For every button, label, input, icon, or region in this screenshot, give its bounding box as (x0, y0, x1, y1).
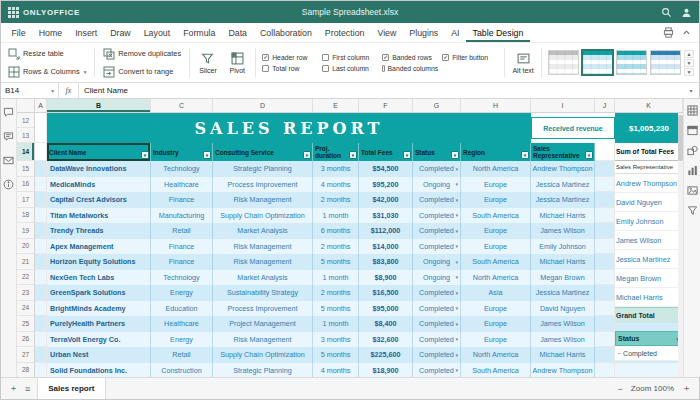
tab-file[interactable]: File (5, 23, 32, 42)
pivot-row[interactable]: Jessica Martinez (615, 250, 683, 269)
cell-H-region[interactable]: Europe (461, 192, 531, 208)
cell-B-client-name[interactable]: Titan Metalworks (47, 208, 151, 224)
table-style-thumb-3[interactable] (616, 50, 647, 75)
row-header[interactable]: 14 (17, 143, 35, 161)
cell-C-industry[interactable]: Healthcare (151, 177, 213, 193)
cell-H-region[interactable]: Europe (461, 239, 531, 255)
cell-E-proj-duration[interactable]: 2 months (313, 239, 359, 255)
tab-home[interactable]: Home (32, 23, 68, 42)
cell-B-client-name[interactable]: Solid Foundations Inc. (47, 363, 151, 378)
filter-icon[interactable]: ▾ (521, 151, 529, 159)
cell-H-region[interactable]: Europe (461, 301, 531, 317)
cell-A[interactable] (35, 192, 47, 208)
cell-I-sales-representative[interactable]: Michael Harris (531, 254, 595, 270)
cell-B-client-name[interactable]: Capital Crest Advisors (47, 192, 151, 208)
vertical-scrollbar[interactable] (678, 113, 683, 377)
cell-F-total-fees[interactable]: $18,900 (359, 363, 413, 378)
cell-A[interactable] (35, 239, 47, 255)
cell-G-status[interactable]: Ongoing▾ (413, 270, 461, 286)
column-header-I[interactable]: I (531, 99, 595, 112)
add-sheet-button[interactable]: ＋ (9, 382, 18, 395)
cell-B-client-name[interactable]: Horizon Equity Solutions (47, 254, 151, 270)
cell-E-proj-duration[interactable]: 6 months (313, 223, 359, 239)
cell-E-proj-duration[interactable]: 5 months (313, 254, 359, 270)
cell-B-client-name[interactable]: TerraVolt Energy Co. (47, 332, 151, 348)
cell-D-consulting-service[interactable]: Market Analysis (213, 270, 313, 286)
pivot-row[interactable]: David Nguyen (615, 193, 683, 212)
pivot-row[interactable]: James Wilson (615, 231, 683, 250)
column-sales-representative-header[interactable]: Sales Representative▾ (531, 143, 595, 161)
cell-C-industry[interactable]: Energy (151, 285, 213, 301)
cell-A[interactable] (35, 113, 47, 143)
cell-H-region[interactable]: South America (461, 254, 531, 270)
cell-I-sales-representative[interactable]: Megan Brown (531, 270, 595, 286)
column-header-A[interactable]: A (35, 99, 47, 112)
row-header[interactable]: 20 (17, 239, 35, 255)
collapse-ribbon-icon[interactable] (682, 28, 691, 37)
search-icon[interactable] (661, 7, 672, 18)
cell-D-consulting-service[interactable]: Strategic Planning (213, 161, 313, 177)
row-header[interactable]: 19 (17, 223, 35, 239)
cell-A[interactable] (35, 347, 47, 363)
cell-J[interactable] (595, 254, 615, 270)
sheet-tab[interactable]: Sales report (37, 378, 105, 399)
zoom-out-button[interactable]: − (618, 384, 623, 394)
cell-A[interactable] (35, 316, 47, 332)
cell-name-box[interactable]: B14 ▾ (1, 83, 59, 98)
cell-F-total-fees[interactable]: $225,600 (359, 347, 413, 363)
tab-insert[interactable]: Insert (69, 23, 104, 42)
cell-C-industry[interactable]: Retail (151, 347, 213, 363)
rows-columns-button[interactable]: Rows & Columns▾ (6, 64, 88, 79)
cell-J[interactable] (595, 177, 615, 193)
cell-B-client-name[interactable]: MedicaMinds (47, 177, 151, 193)
scrollbar-thumb[interactable] (678, 115, 683, 161)
cell-E-proj-duration[interactable]: 4 months (313, 363, 359, 378)
cell-E-proj-duration[interactable]: 5 months (313, 347, 359, 363)
cell-F-total-fees[interactable]: $14,000 (359, 239, 413, 255)
cell-C-industry[interactable]: Retail (151, 223, 213, 239)
cell-F-total-fees[interactable]: $32,600 (359, 332, 413, 348)
pivot-row[interactable]: Megan Brown (615, 269, 683, 288)
cell-G-status[interactable]: Completed▾ (413, 239, 461, 255)
checkbox-header-row[interactable]: ✓Header row (262, 54, 318, 61)
cell-J[interactable] (595, 161, 615, 177)
cell-J[interactable] (595, 301, 615, 317)
image-settings-icon[interactable] (687, 185, 698, 196)
cell-D-consulting-service[interactable]: Supply Chain Optimization (213, 347, 313, 363)
column-header-E[interactable]: E (313, 99, 359, 112)
cell-E-proj-duration[interactable]: 2 months (313, 285, 359, 301)
cell-H-region[interactable]: South America (461, 363, 531, 378)
tab-ai[interactable]: AI (445, 23, 466, 42)
row-header[interactable]: 16 (17, 177, 35, 193)
tab-data[interactable]: Data (222, 23, 254, 42)
cell-I-sales-representative[interactable]: Jessica Martinez (531, 192, 595, 208)
filter-icon[interactable]: ▾ (585, 151, 593, 159)
cell-H-region[interactable]: South America (461, 208, 531, 224)
cell-D-consulting-service[interactable]: Market Analysis (213, 223, 313, 239)
about-icon[interactable] (3, 179, 14, 190)
cell-E-proj-duration[interactable]: 1 month (313, 270, 359, 286)
cell-E-proj-duration[interactable]: 1 month (313, 316, 359, 332)
tab-formula[interactable]: Formula (177, 23, 222, 42)
cell-E-proj-duration[interactable]: 3 months (313, 161, 359, 177)
user-icon[interactable] (681, 7, 692, 18)
column-total-fees-header[interactable]: Total Fees▾ (359, 143, 413, 161)
filter-icon[interactable]: ▾ (349, 151, 357, 159)
print-icon[interactable] (663, 27, 674, 38)
resize-table-button[interactable]: Resize table (6, 46, 88, 61)
table-style-thumb-1[interactable] (548, 50, 579, 75)
cell-C-industry[interactable]: Technology (151, 161, 213, 177)
status-dropdown-icon[interactable]: ▾ (455, 243, 458, 249)
cell-F-total-fees[interactable]: $112,000 (359, 223, 413, 239)
received-revenue-value[interactable]: $1,005,230 (615, 113, 683, 143)
cell-C-industry[interactable]: Healthcare (151, 316, 213, 332)
cell-G-status[interactable]: Ongoing▾ (413, 177, 461, 193)
column-header-G[interactable]: G (413, 99, 461, 112)
row-header[interactable]: 23 (17, 285, 35, 301)
tab-view[interactable]: View (371, 23, 403, 42)
cell-H-region[interactable]: North America (461, 270, 531, 286)
status-dropdown-icon[interactable]: ▾ (455, 181, 458, 187)
column-header-B[interactable]: B (47, 99, 151, 112)
row-header[interactable]: 21 (17, 254, 35, 270)
column-proj-duration-header[interactable]: Proj. duration▾ (313, 143, 359, 161)
